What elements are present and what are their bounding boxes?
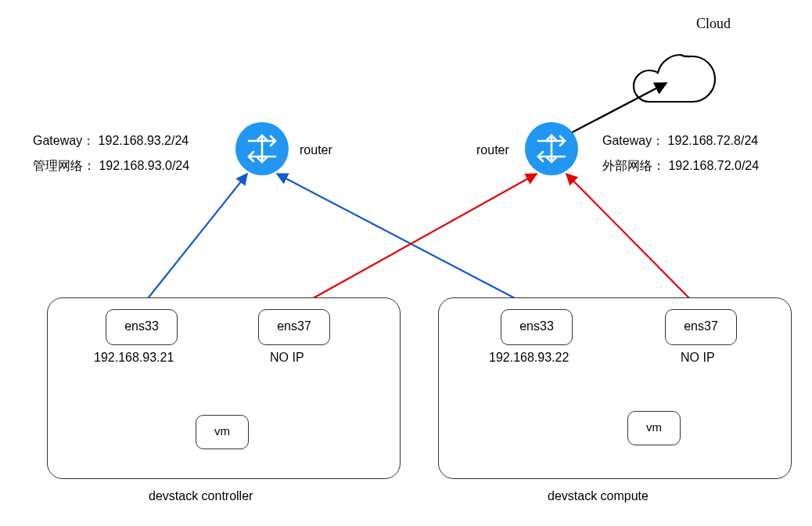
right-gateway-key: Gateway： bbox=[602, 134, 664, 147]
ctrl-ens37-ip: NO IP bbox=[270, 351, 304, 365]
link-ctrl-ens33-mgmt bbox=[139, 174, 247, 309]
ctrl-ens33-ip: 192.168.93.21 bbox=[94, 351, 174, 365]
comp-ens33: ens33 bbox=[501, 309, 573, 345]
node-compute bbox=[438, 297, 792, 479]
comp-ens37-ip: NO IP bbox=[681, 351, 715, 365]
comp-vm: vm bbox=[627, 411, 681, 445]
right-net-val: 192.168.72.0/24 bbox=[668, 159, 759, 172]
ctrl-caption: devstack controller bbox=[149, 489, 253, 503]
right-gateway-val: 192.168.72.8/24 bbox=[668, 134, 759, 147]
link-comp-ens33-mgmt bbox=[277, 174, 536, 309]
comp-ens33-ip: 192.168.93.22 bbox=[489, 351, 569, 365]
right-net-key: 外部网络： bbox=[602, 159, 665, 172]
ctrl-vm: vm bbox=[196, 415, 249, 449]
router-right-label: router bbox=[476, 143, 509, 157]
ctrl-ens33: ens33 bbox=[106, 309, 178, 345]
right-net: 外部网络： 192.168.72.0/24 bbox=[602, 158, 759, 175]
link-ctrl-ens37-ext bbox=[293, 174, 537, 309]
svg-point-0 bbox=[235, 122, 289, 175]
cloud-label: Cloud bbox=[696, 16, 731, 32]
left-gateway: Gateway： 192.168.93.2/24 bbox=[33, 133, 189, 150]
right-gateway: Gateway： 192.168.72.8/24 bbox=[602, 133, 758, 150]
link-comp-ens37-ext bbox=[566, 174, 700, 309]
router-right-icon bbox=[525, 122, 578, 175]
svg-point-4 bbox=[525, 122, 578, 175]
ctrl-ens37: ens37 bbox=[258, 309, 330, 345]
comp-ens37: ens37 bbox=[665, 309, 737, 345]
left-gateway-val: 192.168.93.2/24 bbox=[99, 134, 189, 147]
node-controller bbox=[47, 297, 401, 479]
left-gateway-key: Gateway： bbox=[33, 134, 95, 147]
cloud-icon bbox=[634, 55, 715, 102]
router-left-label: router bbox=[300, 143, 332, 157]
link-router-cloud bbox=[563, 83, 666, 137]
left-net: 管理网络： 192.168.93.0/24 bbox=[33, 158, 189, 175]
left-net-val: 192.168.93.0/24 bbox=[99, 159, 189, 172]
left-net-key: 管理网络： bbox=[33, 159, 95, 172]
comp-caption: devstack compute bbox=[548, 489, 649, 503]
router-left-icon bbox=[235, 122, 289, 175]
